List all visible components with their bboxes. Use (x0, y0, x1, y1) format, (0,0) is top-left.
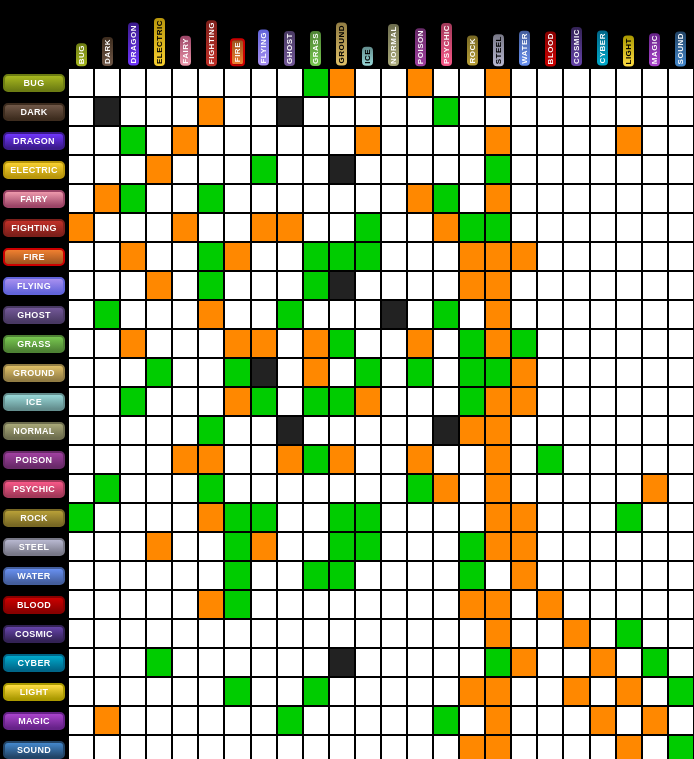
cell-normal-vs-water (511, 416, 537, 445)
cell-normal-vs-fire (224, 416, 250, 445)
cell-normal-vs-fairy (172, 416, 198, 445)
row-label-dark: Dark (3, 103, 65, 121)
cell-ground-vs-ghost (277, 358, 303, 387)
cell-blood-vs-sound (668, 590, 694, 619)
cell-psychic-vs-psychic (433, 474, 459, 503)
cell-bug-vs-grass (303, 68, 329, 97)
cell-grass-vs-fairy (172, 329, 198, 358)
row-label-rock: Rock (3, 509, 65, 527)
cell-psychic-vs-fire (224, 474, 250, 503)
col-header-label-sound: Sound (675, 31, 686, 66)
cell-ground-vs-blood (537, 358, 563, 387)
cell-ground-vs-electric (146, 358, 172, 387)
cell-dark-vs-electric (146, 97, 172, 126)
cell-bug-vs-poison (407, 68, 433, 97)
cell-cyber-vs-dragon (120, 648, 146, 677)
row-ground: Ground (0, 358, 694, 387)
row-rock: Rock (0, 503, 694, 532)
cell-light-vs-ground (329, 677, 355, 706)
cell-dark-vs-water (511, 97, 537, 126)
cell-magic-vs-ground (329, 706, 355, 735)
cell-electric-vs-dark (94, 155, 120, 184)
row-blood: Blood (0, 590, 694, 619)
cell-fairy-vs-normal (381, 184, 407, 213)
col-header-label-electric: Electric (154, 18, 165, 66)
cell-sound-vs-fighting (198, 735, 224, 759)
cell-magic-vs-steel (485, 706, 511, 735)
row-fire: Fire (0, 242, 694, 271)
cell-ghost-vs-dragon (120, 300, 146, 329)
cell-psychic-vs-grass (303, 474, 329, 503)
cell-rock-vs-magic (642, 503, 668, 532)
cell-grass-vs-flying (251, 329, 277, 358)
cell-fire-vs-ice (355, 242, 381, 271)
cell-poison-vs-ice (355, 445, 381, 474)
cell-light-vs-sound (668, 677, 694, 706)
cell-bug-vs-electric (146, 68, 172, 97)
cell-electric-vs-fire (224, 155, 250, 184)
cell-bug-vs-water (511, 68, 537, 97)
cell-cyber-vs-cosmic (563, 648, 589, 677)
cell-steel-vs-bug (68, 532, 94, 561)
cell-cosmic-vs-rock (459, 619, 485, 648)
cell-cyber-vs-blood (537, 648, 563, 677)
cell-normal-vs-sound (668, 416, 694, 445)
cell-cosmic-vs-poison (407, 619, 433, 648)
cell-light-vs-rock (459, 677, 485, 706)
row-header-flying: Flying (0, 271, 68, 300)
cell-dragon-vs-psychic (433, 126, 459, 155)
type-chart-grid: BugDarkDragonElectricFairyFightingFireFl… (0, 0, 694, 759)
col-header-label-grass: Grass (310, 31, 321, 66)
row-cells-rock (68, 503, 694, 532)
cell-cyber-vs-cyber (590, 648, 616, 677)
cell-cosmic-vs-cyber (590, 619, 616, 648)
cell-ground-vs-normal (381, 358, 407, 387)
cell-normal-vs-poison (407, 416, 433, 445)
cell-sound-vs-flying (251, 735, 277, 759)
cell-electric-vs-poison (407, 155, 433, 184)
col-header-sound: Sound (668, 0, 694, 68)
cell-poison-vs-water (511, 445, 537, 474)
col-header-label-blood: Blood (545, 31, 556, 66)
cell-cosmic-vs-steel (485, 619, 511, 648)
cell-ice-vs-magic (642, 387, 668, 416)
cell-fighting-vs-magic (642, 213, 668, 242)
cell-dragon-vs-ground (329, 126, 355, 155)
col-header-label-flying: Flying (258, 30, 269, 66)
cell-ice-vs-flying (251, 387, 277, 416)
cell-poison-vs-dragon (120, 445, 146, 474)
cell-light-vs-bug (68, 677, 94, 706)
row-label-dragon: Dragon (3, 132, 65, 150)
cell-ice-vs-grass (303, 387, 329, 416)
cell-grass-vs-magic (642, 329, 668, 358)
cell-electric-vs-water (511, 155, 537, 184)
cell-rock-vs-steel (485, 503, 511, 532)
col-header-label-poison: Poison (415, 28, 426, 66)
row-label-bug: Bug (3, 74, 65, 92)
cell-rock-vs-fire (224, 503, 250, 532)
cell-magic-vs-electric (146, 706, 172, 735)
cell-cosmic-vs-blood (537, 619, 563, 648)
col-header-fairy: Fairy (172, 0, 198, 68)
cell-fairy-vs-fire (224, 184, 250, 213)
cell-fighting-vs-ice (355, 213, 381, 242)
cell-cosmic-vs-cosmic (563, 619, 589, 648)
cell-fairy-vs-magic (642, 184, 668, 213)
cell-magic-vs-flying (251, 706, 277, 735)
cell-poison-vs-blood (537, 445, 563, 474)
cell-ghost-vs-grass (303, 300, 329, 329)
cell-rock-vs-poison (407, 503, 433, 532)
cell-blood-vs-flying (251, 590, 277, 619)
cell-rock-vs-electric (146, 503, 172, 532)
cell-flying-vs-water (511, 271, 537, 300)
cell-grass-vs-normal (381, 329, 407, 358)
cell-cyber-vs-fairy (172, 648, 198, 677)
main-container: BugDarkDragonElectricFairyFightingFireFl… (0, 0, 694, 759)
cell-light-vs-grass (303, 677, 329, 706)
cell-fire-vs-dark (94, 242, 120, 271)
cell-cosmic-vs-fairy (172, 619, 198, 648)
data-rows: BugDarkDragonElectricFairyFightingFireFl… (0, 68, 694, 759)
cell-ghost-vs-fire (224, 300, 250, 329)
cell-ice-vs-sound (668, 387, 694, 416)
cell-grass-vs-grass (303, 329, 329, 358)
